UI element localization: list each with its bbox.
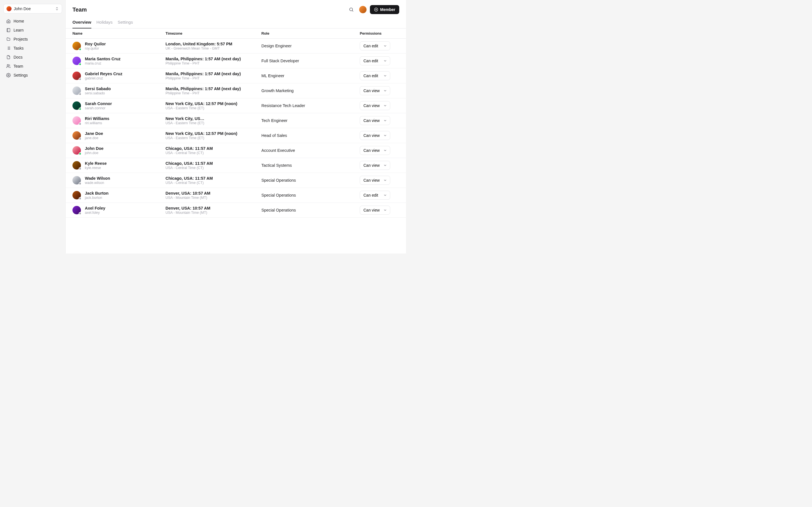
sidebar-item-docs[interactable]: Docs — [3, 53, 62, 61]
table-row: Maria Santos Cruz maria.cruz Manila, Phi… — [66, 54, 406, 68]
member-username: john.doe — [85, 151, 103, 155]
timezone-secondary: USA - Central Time (CT) — [165, 151, 261, 155]
timezone-secondary: Philippine Time - PHT — [165, 76, 261, 80]
status-offline-icon — [79, 137, 82, 140]
sidebar-item-label: Team — [13, 64, 23, 68]
table-row: Kyle Reese kyle.reese Chicago, USA: 11:5… — [66, 158, 406, 173]
table-header: Name Timezone Role Permissions — [66, 29, 406, 39]
file-icon — [6, 55, 11, 59]
table-row: Sersi Sabado sersi.sabado Manila, Philip… — [66, 83, 406, 98]
permission-select[interactable]: Can edit — [360, 41, 390, 50]
table-row: Riri Williams riri.williams New York Cit… — [66, 113, 406, 128]
chevron-down-icon — [383, 104, 387, 108]
table-row: Gabriel Reyes Cruz gabriel.cruz Manila, … — [66, 68, 406, 83]
tab-holidays[interactable]: Holidays — [96, 18, 113, 29]
chevron-down-icon — [383, 89, 387, 93]
tab-overview[interactable]: Overview — [72, 18, 91, 29]
member-avatar — [72, 42, 81, 50]
permission-select[interactable]: Can edit — [360, 56, 390, 65]
current-user-avatar[interactable] — [359, 6, 366, 13]
status-offline-icon — [79, 182, 82, 185]
timezone-primary: Manila, Philippines: 1:57 AM (next day) — [165, 57, 261, 61]
member-role: Special Operations — [261, 208, 360, 212]
timezone-primary: Manila, Philippines: 1:57 AM (next day) — [165, 71, 261, 76]
permission-select[interactable]: Can view — [360, 86, 390, 95]
sidebar-item-label: Settings — [13, 73, 28, 77]
member-name: Wade Wilson — [85, 176, 110, 180]
permission-label: Can edit — [363, 44, 378, 48]
permission-select[interactable]: Can view — [360, 101, 390, 110]
permission-label: Can view — [363, 89, 380, 93]
permission-select[interactable]: Can edit — [360, 191, 390, 200]
permission-select[interactable]: Can view — [360, 116, 390, 125]
member-avatar — [72, 206, 81, 214]
permission-label: Can edit — [363, 59, 378, 63]
member-role: Full Stack Developer — [261, 59, 360, 63]
status-offline-icon — [79, 167, 82, 170]
sidebar-item-projects[interactable]: Projects — [3, 35, 62, 43]
member-avatar — [72, 101, 81, 110]
permission-select[interactable]: Can view — [360, 206, 390, 215]
member-username: wade.wilson — [85, 181, 110, 185]
member-role: Special Operations — [261, 178, 360, 182]
permission-select[interactable]: Can edit — [360, 71, 390, 80]
member-username: jane.doe — [85, 136, 103, 140]
list-icon — [6, 46, 11, 50]
svg-point-2 — [8, 75, 9, 76]
col-name: Name — [72, 31, 165, 36]
sidebar-item-label: Tasks — [13, 46, 24, 50]
sidebar-item-tasks[interactable]: Tasks — [3, 44, 62, 52]
member-avatar — [72, 161, 81, 170]
sidebar-item-settings[interactable]: Settings — [3, 71, 62, 79]
svg-rect-0 — [7, 29, 10, 32]
member-role: Account Executive — [261, 148, 360, 153]
chevron-down-icon — [383, 163, 387, 167]
folder-icon — [6, 37, 11, 41]
member-role: Growth Marketing — [261, 89, 360, 93]
search-button[interactable] — [347, 5, 356, 14]
permission-label: Can view — [363, 133, 380, 138]
status-online-icon — [79, 108, 82, 110]
permission-select[interactable]: Can view — [360, 146, 390, 155]
status-offline-icon — [79, 78, 82, 80]
sidebar-item-label: Learn — [13, 28, 24, 33]
permission-select[interactable]: Can view — [360, 161, 390, 170]
timezone-secondary: USA - Eastern Time (ET) — [165, 121, 261, 125]
sidebar-item-home[interactable]: Home — [3, 17, 62, 25]
timezone-secondary: USA - Central Time (CT) — [165, 166, 261, 170]
chevron-down-icon — [383, 119, 387, 122]
member-avatar — [72, 146, 81, 155]
member-name: Gabriel Reyes Cruz — [85, 71, 122, 76]
timezone-primary: Chicago, USA: 11:57 AM — [165, 146, 261, 151]
sidebar-item-team[interactable]: Team — [3, 62, 62, 70]
sidebar-item-learn[interactable]: Learn — [3, 26, 62, 34]
workspace-switcher[interactable]: John Doe — [3, 4, 62, 13]
timezone-secondary: Philippine Time - PHT — [165, 61, 261, 65]
chevron-down-icon — [383, 74, 387, 78]
permission-label: Can view — [363, 163, 380, 168]
timezone-primary: Denver, USA: 10:57 AM — [165, 206, 261, 210]
page-header: Team Member — [66, 0, 406, 18]
member-username: gabriel.cruz — [85, 76, 122, 80]
permission-select[interactable]: Can view — [360, 176, 390, 185]
permission-select[interactable]: Can view — [360, 131, 390, 140]
status-offline-icon — [79, 197, 82, 200]
timezone-primary: New York City, US… — [165, 116, 261, 121]
member-name: Jack Burton — [85, 191, 109, 195]
page-title: Team — [72, 6, 343, 13]
member-name: Sarah Connor — [85, 101, 112, 106]
timezone-primary: Chicago, USA: 11:57 AM — [165, 161, 261, 166]
member-role: Resistance Tech Leader — [261, 103, 360, 108]
member-avatar — [72, 176, 81, 184]
member-username: riri.williams — [85, 121, 109, 125]
member-avatar — [72, 191, 81, 200]
sidebar-nav: HomeLearnProjectsTasksDocsTeamSettings — [3, 17, 62, 79]
chevron-down-icon — [383, 133, 387, 137]
member-username: roy.quilor — [85, 47, 106, 50]
main: Team Member OverviewHolidaysSettings Nam… — [65, 0, 406, 253]
status-offline-icon — [79, 93, 82, 96]
tab-settings[interactable]: Settings — [117, 18, 133, 29]
member-name: Sersi Sabado — [85, 87, 111, 91]
add-member-button[interactable]: Member — [370, 5, 399, 14]
timezone-secondary: USA - Mountain Time (MT) — [165, 196, 261, 200]
